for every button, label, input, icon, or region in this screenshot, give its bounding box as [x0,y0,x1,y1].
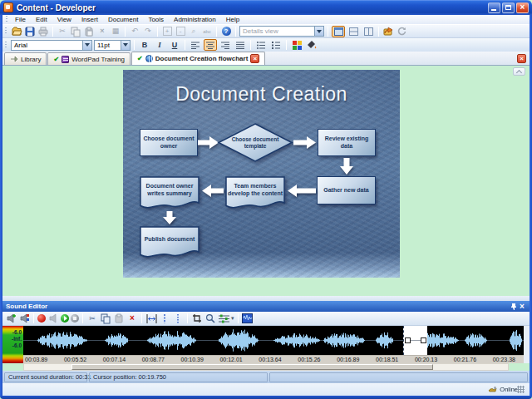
separator [82,313,83,323]
timeline-label: 00:23.38 [493,357,515,362]
selection-end-handle[interactable] [421,337,426,343]
resize-grip[interactable] [517,386,525,393]
font-color-icon[interactable] [290,39,303,51]
zoom-in-icon[interactable]: + [161,26,173,37]
single-view-button[interactable] [332,26,345,37]
menu-file[interactable]: File [10,15,31,24]
dropdown-icon[interactable] [121,41,130,50]
sound-editor-titlebar[interactable]: Sound Editor × [2,301,530,312]
copy-icon[interactable] [70,26,81,37]
waveform-view-icon[interactable] [242,313,254,324]
menu-view[interactable]: View [52,15,76,24]
pin-icon[interactable] [510,303,518,311]
minimize-button[interactable] [488,2,500,13]
timeline-label: 00:18.51 [376,357,398,362]
horizontal-split-view-button[interactable] [347,26,360,37]
zoom-selection-icon[interactable] [145,313,157,324]
add-sound-icon[interactable] [5,313,17,324]
bullet-list-button[interactable] [254,39,268,51]
menu-document[interactable]: Document [103,15,143,24]
open-icon[interactable] [11,26,22,37]
numbered-list-button[interactable] [269,39,283,51]
align-center-button[interactable] [204,39,217,51]
waveform[interactable] [23,326,524,355]
selection-start-marker-icon[interactable] [159,313,170,324]
tab-wordpad-training[interactable]: ✔ WordPad Training [47,52,131,65]
title-bar[interactable]: Content - Developer × [0,0,532,15]
redo-icon[interactable]: ↷ [142,26,154,37]
timeline-label: 00:21.76 [454,357,476,362]
slide-preview[interactable]: Document Creation Choose document owner … [123,70,400,278]
scroll-up-button[interactable] [513,67,525,76]
effects-icon[interactable] [218,313,229,324]
shortcut-icon[interactable] [382,26,394,37]
dropdown-icon[interactable] [314,27,323,36]
menu-help[interactable]: Help [221,15,244,24]
close-button[interactable]: × [516,2,529,13]
standard-toolbar: ✂ × ▦ ↶ ↷ + - ⌕ abc ? Details view [2,24,530,37]
maximize-button[interactable] [502,2,515,13]
waveform-scrollbar[interactable] [23,363,509,371]
refresh-icon[interactable] [396,26,407,37]
delete-icon[interactable]: × [96,26,108,37]
align-justify-button[interactable] [234,39,247,51]
spelling-icon[interactable]: abc [201,26,213,37]
export-sound-icon[interactable] [18,313,30,324]
tab-close-button[interactable]: × [250,54,259,63]
menu-tools[interactable]: Tools [143,15,169,24]
menu-edit[interactable]: Edit [31,15,52,24]
font-size-select[interactable]: 11pt [94,40,131,51]
copy-icon[interactable] [100,313,111,324]
trim-icon[interactable] [191,313,203,324]
font-family-select[interactable]: Arial [11,40,92,51]
arrow-right-icon [198,135,219,150]
selection-end-marker-icon[interactable] [172,313,184,324]
record-icon[interactable] [37,314,46,323]
find-icon[interactable]: ⌕ [188,26,200,37]
align-right-button[interactable] [219,39,232,51]
cut-icon[interactable]: ✂ [86,313,98,324]
scrollbar-thumb[interactable] [71,364,433,370]
speaker-icon[interactable] [47,313,59,324]
save-icon[interactable] [24,26,36,37]
waveform-selection[interactable] [403,326,427,355]
paste-icon[interactable] [83,26,95,37]
zoom-icon[interactable] [204,313,216,324]
italic-button[interactable]: I [153,39,166,51]
timeline-label: 00:13.64 [259,357,281,362]
effects-dropdown-icon[interactable]: ▾ [231,315,234,322]
align-left-button[interactable] [189,39,202,51]
waveform-display[interactable] [23,326,524,355]
stop-icon[interactable] [71,314,79,323]
menu-insert[interactable]: Insert [76,15,103,24]
details-view-select[interactable]: Details view [239,26,324,37]
timeline-ruler: 00:03.89 00:05.52 00:07.14 00:08.77 00:1… [23,355,524,363]
cut-icon[interactable]: ✂ [57,26,68,37]
delete-icon[interactable]: × [126,313,138,324]
panel-close-button[interactable]: × [518,303,526,311]
flowchart-node-choose-template: Choose document template [218,123,293,162]
arrow-down-icon [339,158,354,175]
help-icon[interactable]: ? [220,26,232,37]
timeline-label: 00:12.01 [219,357,242,362]
fill-color-icon[interactable] [305,39,318,51]
tab-document-creation-flowchart[interactable]: ✔ Document Creation flowchart × [131,52,265,65]
zoom-out-icon[interactable]: - [175,26,186,37]
underline-button[interactable]: U [168,39,181,51]
play-icon[interactable] [61,314,69,323]
bold-button[interactable]: B [138,39,151,51]
tabstrip-close-button[interactable]: × [517,54,526,63]
picture-icon[interactable]: ▦ [110,26,121,37]
toolbar-grip[interactable] [5,27,7,35]
paste-icon[interactable] [113,313,125,324]
undo-icon[interactable]: ↶ [129,26,140,37]
toolbar-grip[interactable] [6,16,7,23]
toolbar-grip[interactable] [5,42,7,49]
menu-administration[interactable]: Administration [169,15,221,24]
selection-start-handle[interactable] [405,337,411,343]
dropdown-icon[interactable] [82,41,91,50]
minimize-icon [491,9,496,11]
tab-library[interactable]: Library [4,52,47,65]
vertical-split-view-button[interactable] [362,26,375,37]
print-icon[interactable] [37,26,49,37]
